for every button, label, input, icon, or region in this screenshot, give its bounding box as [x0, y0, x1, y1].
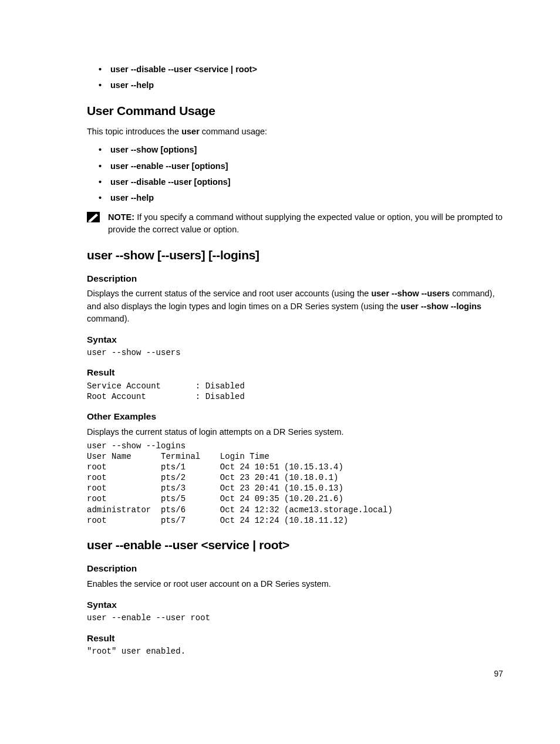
- heading-user-show: user --show [--users] [--logins]: [87, 246, 503, 264]
- note-icon: [87, 212, 100, 226]
- subheading-result: Result: [87, 632, 503, 645]
- intro-paragraph: This topic introduces the user command u…: [87, 126, 503, 138]
- document-page: user --disable --user <service | root> u…: [0, 0, 560, 744]
- text: If you specify a command without supplyi…: [108, 212, 502, 234]
- text: Displays the current status of the servi…: [87, 289, 371, 298]
- heading-user-command-usage: User Command Usage: [87, 102, 503, 120]
- subheading-syntax: Syntax: [87, 333, 503, 346]
- code-block-result: "root" user enabled.: [87, 646, 503, 657]
- inline-command: user --show --users: [371, 289, 450, 298]
- subheading-description: Description: [87, 272, 503, 285]
- list-item: user --disable --user <service | root>: [87, 63, 503, 76]
- other-examples-paragraph: Displays the current status of login att…: [87, 426, 503, 438]
- list-item: user --disable --user [options]: [87, 176, 503, 188]
- code-block-result: Service Account : Disabled Root Account …: [87, 381, 503, 402]
- subheading-syntax: Syntax: [87, 598, 503, 611]
- code-block-logins: user --show --logins User Name Terminal …: [87, 441, 503, 526]
- text: This topic introduces the: [87, 127, 181, 136]
- list-item: user --help: [87, 79, 503, 92]
- subheading-description: Description: [87, 562, 503, 575]
- description-paragraph: Displays the current status of the servi…: [87, 288, 503, 324]
- inline-command: user: [181, 127, 200, 136]
- code-block-syntax: user --enable --user root: [87, 613, 503, 623]
- subheading-other-examples: Other Examples: [87, 410, 503, 423]
- list-item: user --show [options]: [87, 144, 503, 156]
- list-item: user --help: [87, 192, 503, 204]
- inline-command: user --show --logins: [400, 302, 481, 311]
- note-label: NOTE:: [108, 212, 134, 222]
- heading-user-enable: user --enable --user <service | root>: [87, 536, 503, 554]
- note-block: NOTE: If you specify a command without s…: [87, 211, 503, 236]
- note-text: NOTE: If you specify a command without s…: [108, 211, 503, 236]
- code-block-syntax: user --show --users: [87, 347, 503, 358]
- subheading-result: Result: [87, 366, 503, 379]
- description-paragraph: Enables the service or root user account…: [87, 578, 503, 590]
- list-item: user --enable --user [options]: [87, 160, 503, 173]
- text: command).: [87, 314, 130, 323]
- top-bullet-list: user --disable --user <service | root> u…: [87, 63, 503, 92]
- page-number: 97: [494, 668, 503, 679]
- text: command usage:: [200, 127, 267, 136]
- usage-bullet-list: user --show [options] user --enable --us…: [87, 144, 503, 204]
